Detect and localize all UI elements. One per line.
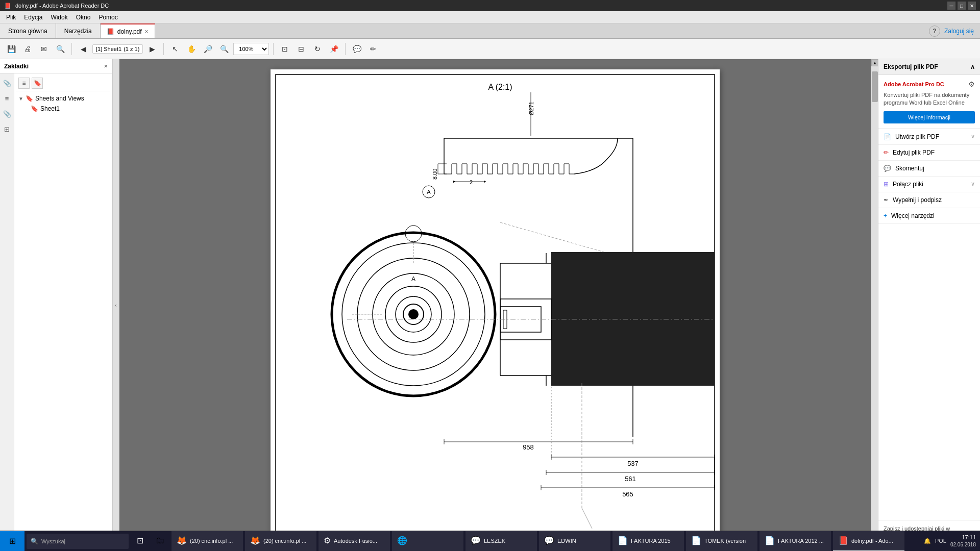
zoom-select[interactable]: 100% [233,43,269,55]
edit-pdf-item[interactable]: ✏ Edytuj plik PDF [878,145,980,161]
fill-sign-item[interactable]: ✒ Wypełnij i podpisz [878,192,980,208]
taskbar-clock: 17:11 02.06.2018 [950,534,976,548]
svg-rect-42 [551,252,715,386]
sidebar-icon-pages[interactable]: ⊞ [2,123,13,135]
taskbar-app-autodesk[interactable]: ⚙ Autodesk Fusio... [318,531,390,552]
edit-pdf-icon: ✏ [884,149,889,156]
fill-sign-label: Wypełnij i podpisz [893,196,942,204]
menu-okno[interactable]: Okno [72,13,95,22]
toolbar: 💾 🖨 ✉ 🔍 ◀ [1] Sheet1 (1 z 1) ▶ ↖ ✋ 🔎 🔍 1… [0,39,980,59]
combine-icon: ⊞ [884,181,889,188]
fit-page-button[interactable]: ⊡ [278,42,292,56]
menu-plik[interactable]: Plik [2,13,20,22]
tab-tools-label: Narzędzia [64,28,92,35]
marker-button[interactable]: 📌 [327,42,341,56]
create-pdf-item[interactable]: 📄 Utwórz plik PDF ∨ [878,129,980,145]
tree-item-sheet1[interactable]: 🔖 Sheet1 [16,104,110,114]
svg-text:537: 537 [627,460,639,467]
tree-folder-icon: 🔖 [26,95,33,102]
maximize-button[interactable]: □ [958,2,966,10]
menu-edycja[interactable]: Edycja [20,13,46,22]
promo-settings-icon[interactable]: ⚙ [968,80,975,88]
tab-active-pdf[interactable]: 📕 dolny.pdf × [101,23,155,38]
panel-title: Zakładki [4,63,29,70]
start-button[interactable]: ⊞ [0,531,24,552]
minimize-button[interactable]: ─ [947,2,955,10]
pdf-scrollbar[interactable]: ▲ ▼ [871,59,878,551]
title-bar-left: 📕 dolny.pdf - Adobe Acrobat Reader DC [4,3,109,9]
print-button[interactable]: 🖨 [20,42,35,56]
scrollbar-track[interactable] [871,66,878,544]
more-info-button[interactable]: Więcej informacji [884,111,975,123]
panel-collapse-handle[interactable]: ‹ [112,59,119,551]
more-tools-icon: + [884,212,887,219]
combine-item[interactable]: ⊞ Połącz pliki ∨ [878,177,980,192]
search-button[interactable]: 🔍 [53,42,67,56]
page-count: (1 z 1) [124,46,139,52]
panel-header: Zakładki × [0,59,112,73]
create-pdf-label: Utwórz plik PDF [895,133,939,140]
taskbar-app-tomek[interactable]: 📄 TOMEK (version [686,531,757,552]
tab-tools[interactable]: Narzędzia [56,23,101,38]
taskbar-notifications[interactable]: 🔔 [924,538,931,544]
prev-page-button[interactable]: ◀ [76,42,90,56]
panel-tree: ≡ 🔖 ▼ 🔖 Sheets and Views 🔖 Sheet1 [14,73,112,551]
taskbar-app-edwin[interactable]: 💬 EDWIN [539,531,610,552]
svg-point-27 [408,309,419,319]
svg-text:565: 565 [622,490,633,498]
tab-close-button[interactable]: × [145,28,149,35]
fit-width-button[interactable]: ⊟ [294,42,308,56]
comment-item[interactable]: 💬 Skomentuj [878,161,980,177]
tree-expand-btn[interactable]: ≡ [18,78,30,89]
toolbar-separator-2 [163,43,164,55]
zoom-in-button[interactable]: 🔍 [217,42,231,56]
tab-home-label: Strona główna [8,28,47,35]
sidebar-icon-layers[interactable]: ≡ [2,93,13,104]
export-expand-icon[interactable]: ∧ [970,63,975,70]
sidebar-icon-bookmarks[interactable]: 📎 [2,78,13,89]
taskbar-app-firefox-2[interactable]: 🦊 (20) cnc.info.pl ... [245,531,316,552]
select-tool[interactable]: ↖ [168,42,182,56]
scrollbar-thumb[interactable] [872,71,878,102]
taskbar-app-dolny[interactable]: 📕 dolny.pdf - Ado... [833,531,904,552]
help-icon[interactable]: ? [929,26,940,37]
taskbar-search[interactable]: 🔍 Wyszukaj [27,534,129,549]
toolbar-separator-3 [273,43,274,55]
taskbar-apps: 🗂 🦊 (20) cnc.info.pl ... 🦊 (20) cnc.info… [149,531,906,552]
title-bar-controls: ─ □ ✕ [947,2,976,10]
taskbar-app-faktura2012[interactable]: 📄 FAKTURA 2012 ... [760,531,831,552]
pdf-area[interactable]: A (2:1) Ø271 [119,59,871,551]
edit-pdf-label: Edytuj plik PDF [893,149,935,156]
tree-item-sheets-and-views[interactable]: ▼ 🔖 Sheets and Views [16,93,110,104]
svg-line-59 [582,508,592,529]
tab-bar: Strona główna Narzędzia 📕 dolny.pdf × ? … [0,23,980,39]
panel-sidebar-icons: 📎 ≡ 📎 ⊞ [0,73,14,551]
taskbar-app-firefox-1[interactable]: 🦊 (20) cnc.info.pl ... [172,531,243,552]
save-button[interactable]: 💾 [4,42,18,56]
zoom-out-button[interactable]: 🔎 [201,42,215,56]
more-tools-item[interactable]: + Więcej narzędzi [878,208,980,224]
tab-home[interactable]: Strona główna [0,23,56,38]
panel-close-button[interactable]: × [104,62,108,70]
svg-text:2: 2 [470,179,473,185]
rotate-button[interactable]: ↻ [310,42,325,56]
taskbar-app-leszek[interactable]: 💬 LESZEK [465,531,537,552]
hand-tool[interactable]: ✋ [184,42,199,56]
taskbar-app-ie[interactable]: 🌐 [392,531,463,552]
menu-pomoc[interactable]: Pomoc [94,13,121,22]
login-button[interactable]: Zaloguj się [944,28,974,35]
taskbar-app-faktura2015[interactable]: 📄 FAKTURA 2015 [612,531,684,552]
scrollbar-up-button[interactable]: ▲ [871,59,878,66]
tree-search-btn[interactable]: 🔖 [32,78,43,89]
comment-button[interactable]: 💬 [350,42,364,56]
next-page-button[interactable]: ▶ [145,42,159,56]
task-view-button[interactable]: ⊡ [131,531,149,552]
tree-page-icon: 🔖 [31,105,38,112]
menu-widok[interactable]: Widok [46,13,71,22]
sidebar-icon-attachments[interactable]: 📎 [2,108,13,119]
taskbar-app-explorer[interactable]: 🗂 [151,531,169,552]
right-panel: Eksportuj plik PDF ∧ Adobe Acrobat Pro D… [878,59,980,551]
email-button[interactable]: ✉ [37,42,51,56]
close-button[interactable]: ✕ [968,2,976,10]
draw-button[interactable]: ✏ [366,42,380,56]
